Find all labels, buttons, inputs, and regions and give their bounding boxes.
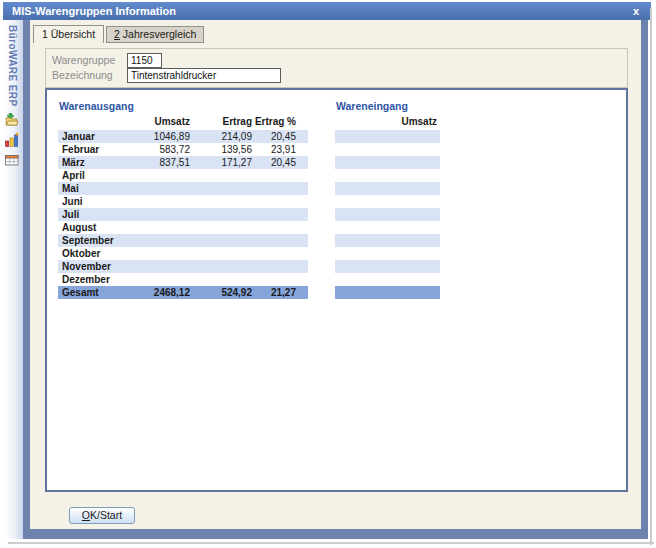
table-row: Februar583,72139,5623,91 — [58, 143, 308, 156]
sidebar-toolbar — [4, 112, 21, 168]
close-icon[interactable]: x — [629, 3, 643, 19]
warengruppe-groupbox: Warengruppe Bezeichnung — [45, 48, 628, 88]
ok-start-label: OK/Start — [70, 508, 134, 523]
bezeichnung-input[interactable] — [127, 68, 281, 83]
cell-umsatz — [335, 130, 440, 143]
warengruppe-label: Warengruppe — [52, 54, 115, 66]
header-month-spacer — [58, 115, 128, 128]
cell-month: Gesamt — [58, 286, 128, 299]
content-area: 1 Übersicht 2 Jahresvergleich Warengrupp… — [30, 20, 641, 529]
cell-fill — [296, 286, 308, 299]
table-row — [335, 143, 440, 156]
cell-fill — [296, 182, 308, 195]
table-row — [335, 169, 440, 182]
table-row: Juli — [58, 208, 308, 221]
table-row — [335, 208, 440, 221]
cell-month: Februar — [58, 143, 128, 156]
tab-bar: 1 Übersicht 2 Jahresvergleich — [33, 26, 204, 43]
cell-ertrag: 139,56 — [190, 143, 252, 156]
cell-ertrag — [190, 195, 252, 208]
table-grid-icon[interactable] — [4, 152, 20, 168]
cell-month: September — [58, 234, 128, 247]
table-row — [335, 221, 440, 234]
cell-umsatz — [128, 208, 190, 221]
table-total-row: Gesamt2468,12524,9221,27 — [58, 286, 308, 299]
tab-uebersicht[interactable]: 1 Übersicht — [33, 25, 104, 43]
cell-fill — [296, 130, 308, 143]
cell-ertrag-pct — [252, 273, 296, 286]
table-row — [335, 247, 440, 260]
cell-umsatz — [335, 182, 440, 195]
cell-ertrag-pct — [252, 169, 296, 182]
tab-label: 1 Übersicht — [42, 28, 95, 40]
wareneingang-table — [335, 130, 440, 299]
cell-ertrag-pct — [252, 234, 296, 247]
cell-umsatz — [128, 221, 190, 234]
cell-umsatz: 2468,12 — [128, 286, 190, 299]
table-row: Januar1046,89214,0920,45 — [58, 130, 308, 143]
cell-fill — [296, 273, 308, 286]
cell-fill — [296, 156, 308, 169]
cell-ertrag-pct: 20,45 — [252, 156, 296, 169]
table-total-row — [335, 286, 440, 299]
cell-fill — [296, 169, 308, 182]
cell-umsatz — [335, 286, 440, 299]
table-row: September — [58, 234, 308, 247]
cell-month: Juni — [58, 195, 128, 208]
cell-umsatz — [128, 169, 190, 182]
cell-umsatz: 1046,89 — [128, 130, 190, 143]
table-row: Dezember — [58, 273, 308, 286]
cell-umsatz — [335, 260, 440, 273]
warenausgang-title: Warenausgang — [59, 100, 134, 112]
table-row: Oktober — [58, 247, 308, 260]
table-row — [335, 130, 440, 143]
cell-fill — [296, 143, 308, 156]
cell-umsatz — [335, 156, 440, 169]
cell-month: August — [58, 221, 128, 234]
cell-ertrag-pct: 21,27 — [252, 286, 296, 299]
cell-umsatz — [128, 247, 190, 260]
table-row: April — [58, 169, 308, 182]
cell-umsatz — [128, 273, 190, 286]
ok-start-button[interactable]: OK/Start — [69, 507, 135, 524]
table-row — [335, 234, 440, 247]
cell-ertrag-pct — [252, 247, 296, 260]
cell-ertrag-pct — [252, 221, 296, 234]
cell-ertrag-pct — [252, 195, 296, 208]
table-row: März837,51171,2720,45 — [58, 156, 308, 169]
data-panel: Warenausgang Wareneingang Umsatz Ertrag … — [45, 88, 628, 492]
wareneingang-header-umsatz: Umsatz — [335, 115, 440, 128]
cell-umsatz — [128, 195, 190, 208]
cell-fill — [296, 195, 308, 208]
warenausgang-header-row: Umsatz Ertrag Ertrag % — [58, 115, 308, 128]
window-frame: 1 Übersicht 2 Jahresvergleich Warengrupp… — [23, 20, 648, 539]
tab-label: 2 Jahresvergleich — [114, 28, 196, 40]
cell-fill — [296, 247, 308, 260]
application-window: MIS-Warengruppen Information x BüroWARE … — [0, 0, 656, 548]
header-umsatz: Umsatz — [128, 115, 190, 128]
cell-umsatz — [335, 273, 440, 286]
cell-ertrag: 171,27 — [190, 156, 252, 169]
cell-fill — [296, 234, 308, 247]
bar-chart-icon[interactable] — [4, 132, 20, 148]
cell-month: Mai — [58, 182, 128, 195]
cell-month: Dezember — [58, 273, 128, 286]
window-title: MIS-Warengruppen Information — [12, 5, 176, 17]
cell-ertrag — [190, 260, 252, 273]
window-shadow-right — [650, 8, 652, 545]
table-row — [335, 156, 440, 169]
cell-umsatz — [335, 247, 440, 260]
cell-umsatz — [335, 195, 440, 208]
table-row: August — [58, 221, 308, 234]
cell-ertrag — [190, 273, 252, 286]
cell-month: Oktober — [58, 247, 128, 260]
tab-jahresvergleich[interactable]: 2 Jahresvergleich — [106, 26, 204, 43]
warengruppe-input[interactable] — [127, 53, 162, 68]
cell-ertrag — [190, 221, 252, 234]
cell-month: Juli — [58, 208, 128, 221]
warenausgang-table: Januar1046,89214,0920,45Februar583,72139… — [58, 130, 308, 299]
folder-arrow-icon[interactable] — [4, 112, 20, 128]
brand-label: BüroWARE ERP — [7, 25, 18, 106]
cell-fill — [296, 208, 308, 221]
cell-umsatz — [128, 234, 190, 247]
